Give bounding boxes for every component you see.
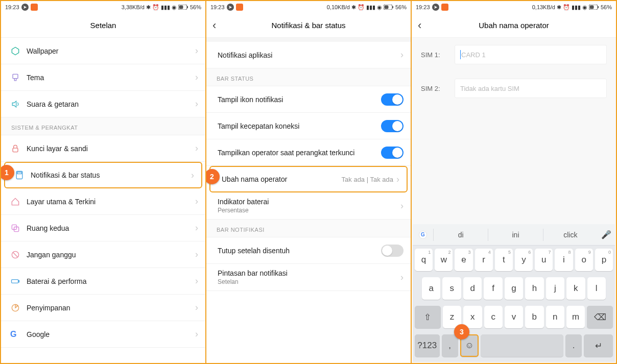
enter-key[interactable]: ↵ bbox=[584, 334, 613, 357]
row-notif-app[interactable]: Notifikasi aplikasi › bbox=[206, 42, 411, 68]
sim2-row: SIM 2: Tidak ada kartu SIM bbox=[412, 71, 616, 105]
key-y[interactable]: y6 bbox=[515, 249, 533, 271]
status-time: 19:23 bbox=[5, 4, 19, 10]
row-ruang[interactable]: Ruang kedua › bbox=[1, 215, 205, 241]
comma-key[interactable]: , bbox=[442, 334, 458, 357]
toggle-tutup[interactable] bbox=[381, 245, 404, 257]
period-key[interactable]: . bbox=[565, 334, 582, 357]
battery-icon bbox=[589, 5, 599, 10]
row-tampil-ikon[interactable]: Tampil ikon notifikasi bbox=[206, 86, 411, 113]
key-t[interactable]: t5 bbox=[495, 249, 513, 271]
key-h[interactable]: h bbox=[525, 277, 543, 300]
row-penyimpanan[interactable]: Penyimpanan › bbox=[1, 295, 205, 321]
page-title: Ubah nama operator bbox=[479, 21, 549, 30]
sim1-row: SIM 1: CARD 1 bbox=[412, 38, 616, 71]
telegram-icon: ➤ bbox=[432, 4, 439, 11]
svg-rect-14 bbox=[384, 6, 388, 9]
row-indikator[interactable]: Indikator baterai Persentase › bbox=[206, 192, 411, 220]
row-tema[interactable]: Tema › bbox=[1, 64, 205, 91]
key-o[interactable]: o9 bbox=[575, 249, 593, 271]
row-suara[interactable]: Suara & getaran › bbox=[1, 91, 205, 117]
back-button[interactable]: ‹ bbox=[418, 19, 421, 32]
shift-key[interactable]: ⇧ bbox=[415, 306, 441, 328]
label: Baterai & performa bbox=[27, 277, 195, 285]
key-n[interactable]: n bbox=[546, 306, 564, 328]
svg-rect-11 bbox=[18, 280, 19, 282]
symbols-key[interactable]: ?123 bbox=[415, 334, 440, 357]
telegram-icon: ➤ bbox=[21, 4, 29, 11]
toggle-ikon[interactable] bbox=[381, 93, 404, 106]
row-dnd[interactable]: Jangan ganggu › bbox=[1, 241, 205, 268]
section-system: SISTEM & PERANGKAT bbox=[1, 117, 205, 135]
row-ubah-nama[interactable]: Ubah nama operator Tak ada | Tak ada › bbox=[209, 166, 408, 192]
key-m[interactable]: m bbox=[566, 306, 585, 328]
sim1-input[interactable]: CARD 1 bbox=[455, 45, 607, 64]
kb-suggestion[interactable]: di bbox=[433, 229, 488, 241]
kb-suggestion[interactable]: click bbox=[543, 229, 598, 241]
key-a[interactable]: a bbox=[422, 277, 440, 300]
row-tampil-kec[interactable]: Tampil kecepatan koneksi bbox=[206, 113, 411, 139]
label: Tampil ikon notifikasi bbox=[218, 95, 381, 104]
svg-rect-17 bbox=[589, 6, 594, 9]
key-c[interactable]: c bbox=[484, 306, 503, 328]
key-f[interactable]: f bbox=[484, 277, 502, 300]
wifi-icon: ◉ bbox=[582, 4, 587, 11]
label: Indikator baterai bbox=[218, 198, 400, 206]
pane-container: 19:23 ➤ 3,38KB/d ✱ ⏰ ▮▮▮ ◉ 56% Setelan W… bbox=[0, 0, 617, 364]
row-notifikasi[interactable]: Notifikasi & bar status › bbox=[4, 162, 202, 188]
bluetooth-icon: ✱ bbox=[146, 4, 151, 11]
sublabel: Setelan bbox=[218, 278, 400, 285]
key-l[interactable]: l bbox=[587, 277, 606, 300]
battery-pct: 56% bbox=[395, 4, 407, 10]
chevron-right-icon: › bbox=[195, 196, 198, 207]
chevron-right-icon: › bbox=[195, 249, 198, 260]
kb-row-1: q1w2e3r4t5y6u7i8o9p0 bbox=[413, 246, 615, 274]
key-e[interactable]: e3 bbox=[455, 249, 472, 271]
dual-icon bbox=[10, 223, 20, 233]
row-wallpaper[interactable]: Wallpaper › bbox=[1, 38, 205, 64]
key-d[interactable]: d bbox=[463, 277, 482, 300]
key-r[interactable]: r4 bbox=[475, 249, 493, 271]
key-w[interactable]: w2 bbox=[435, 249, 453, 271]
key-u[interactable]: u7 bbox=[535, 249, 553, 271]
chevron-right-icon: › bbox=[400, 272, 404, 283]
toggle-kec[interactable] bbox=[381, 120, 404, 132]
theme-icon bbox=[10, 72, 20, 83]
row-google[interactable]: G Google › bbox=[1, 321, 205, 348]
page-title: Notifikasi & bar status bbox=[271, 21, 345, 30]
chevron-right-icon: › bbox=[195, 143, 198, 154]
key-j[interactable]: j bbox=[546, 277, 564, 300]
pane-notif-status: 19:23 ➤ 0,10KB/d ✱ ⏰ ▮▮▮ ◉ 56% ‹ Notifik… bbox=[205, 0, 412, 364]
chevron-right-icon: › bbox=[195, 72, 198, 83]
key-k[interactable]: k bbox=[566, 277, 585, 300]
kb-suggestion[interactable]: ini bbox=[488, 229, 542, 241]
key-p[interactable]: p0 bbox=[595, 249, 613, 271]
chevron-right-icon: › bbox=[195, 276, 198, 286]
key-b[interactable]: b bbox=[525, 306, 543, 328]
row-kunci[interactable]: Kunci layar & sandi › bbox=[1, 135, 205, 162]
label: Notifikasi & bar status bbox=[31, 171, 191, 179]
label: Wallpaper bbox=[27, 47, 195, 55]
key-v[interactable]: v bbox=[505, 306, 523, 328]
row-pintasan[interactable]: Pintasan bar notifikasi Setelan › bbox=[206, 264, 411, 291]
key-q[interactable]: q1 bbox=[415, 249, 433, 271]
sim2-input[interactable]: Tidak ada kartu SIM bbox=[455, 79, 607, 98]
key-s[interactable]: s bbox=[442, 277, 461, 300]
google-search-icon[interactable]: G bbox=[413, 230, 433, 240]
row-layar[interactable]: Layar utama & Terkini › bbox=[1, 188, 205, 215]
backspace-key[interactable]: ⌫ bbox=[587, 306, 613, 328]
key-x[interactable]: x bbox=[463, 306, 482, 328]
label: Notifikasi aplikasi bbox=[218, 51, 400, 59]
back-button[interactable]: ‹ bbox=[212, 19, 216, 32]
row-baterai[interactable]: Baterai & performa › bbox=[1, 268, 205, 295]
key-i[interactable]: i8 bbox=[555, 249, 573, 271]
mic-icon[interactable]: 🎤 bbox=[598, 230, 615, 239]
value: Tak ada | Tak ada bbox=[342, 176, 393, 183]
row-tampil-op[interactable]: Tampilkan operator saat perangkat terkun… bbox=[206, 139, 411, 166]
telegram-icon: ➤ bbox=[227, 4, 234, 11]
space-key[interactable] bbox=[481, 334, 563, 357]
toggle-op[interactable] bbox=[381, 147, 404, 159]
svg-rect-10 bbox=[12, 279, 18, 283]
key-g[interactable]: g bbox=[505, 277, 523, 300]
row-tutup[interactable]: Tutup setelah disentuh bbox=[206, 237, 411, 264]
